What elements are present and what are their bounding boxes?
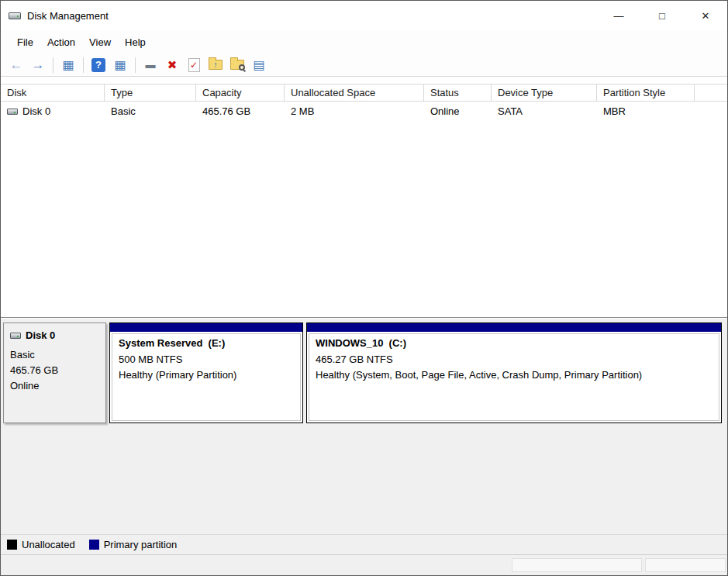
cell-partition-style: MBR [597,105,695,117]
disk0-status: Online [10,378,99,394]
legend-label: Primary partition [104,539,178,550]
partition-size: 465.27 GB NTFS [316,352,712,367]
forward-icon[interactable]: → [28,56,48,74]
show-action-pane-icon[interactable]: ▦ [110,56,130,74]
app-icon [9,12,21,19]
cell-capacity: 465.76 GB [196,105,285,117]
open-folder-icon[interactable]: ↑ [205,56,226,74]
titlebar: Disk Management — □ ✕ [1,1,727,30]
cell-device-type: SATA [492,105,597,117]
menu-help[interactable]: Help [118,33,153,51]
partition-body: WINDOWS_10 (C:) 465.27 GB NTFS Healthy (… [309,333,719,421]
unallocated-swatch [7,540,17,550]
partition-color-bar [110,323,302,332]
status-cell [512,558,642,572]
close-button[interactable]: ✕ [684,1,727,30]
properties-list-icon[interactable]: ▤ [249,56,269,74]
volume-list-pane: Disk Type Capacity Unallocated Space Sta… [1,78,727,318]
back-icon[interactable]: ← [6,56,26,74]
maximize-button[interactable]: □ [640,1,684,30]
minimize-button[interactable]: — [597,1,640,30]
partition-windows-10[interactable]: WINDOWS_10 (C:) 465.27 GB NTFS Healthy (… [306,322,722,423]
partition-label: WINDOWS_10 (C:) [316,337,712,349]
menu-file[interactable]: File [10,33,40,51]
disk0-capacity: 465.76 GB [10,363,99,378]
primary-partition-swatch [89,540,99,550]
partition-status: Healthy (System, Boot, Page File, Active… [316,367,712,383]
disk-management-window: Disk Management — □ ✕ File Action View H… [0,0,728,576]
graphical-view-pane: Disk 0 Basic 465.76 GB Online System Res… [1,319,727,534]
toolbar-separator [83,57,84,73]
partition-status: Healthy (Primary Partition) [119,367,294,383]
status-cell [645,558,726,572]
cell-disk: Disk 0 [1,105,105,117]
command-icon[interactable]: ▬ [140,56,160,74]
delete-volume-icon[interactable]: ✖ [162,56,182,74]
partition-size: 500 MB NTFS [119,352,294,367]
explore-folder-icon[interactable] [227,56,247,74]
partition-body: System Reserved (E:) 500 MB NTFS Healthy… [112,333,301,421]
column-header-partition-style[interactable]: Partition Style [597,85,695,101]
toolbar: ← → ▦ ? ▦ ▬ ✖ ✓ ↑ ▤ [1,53,727,77]
column-header-status[interactable]: Status [424,85,492,101]
cell-unallocated: 2 MB [285,105,424,117]
table-row[interactable]: Disk 0 Basic 465.76 GB 2 MB Online SATA … [1,102,727,121]
menu-action[interactable]: Action [40,33,82,51]
legend-item-unallocated: Unallocated [7,539,75,550]
legend-label: Unallocated [22,539,75,550]
column-header-capacity[interactable]: Capacity [196,85,285,101]
window-controls: — □ ✕ [597,1,727,30]
column-header-filler [695,85,727,101]
partition-label: System Reserved (E:) [119,337,294,349]
show-console-tree-icon[interactable]: ▦ [58,56,78,74]
toolbar-separator [135,57,136,73]
disk0-type: Basic [10,347,99,363]
disk-icon [7,109,18,115]
partition-strip: System Reserved (E:) 500 MB NTFS Healthy… [109,322,722,423]
legend-item-primary-partition: Primary partition [89,539,178,550]
legend-bar: Unallocated Primary partition [1,534,727,554]
column-header-device-type[interactable]: Device Type [492,85,597,101]
set-active-icon[interactable]: ✓ [184,56,204,74]
cell-status: Online [424,105,492,117]
disk-icon [10,333,21,339]
window-title: Disk Management [27,10,109,22]
column-header-unallocated[interactable]: Unallocated Space [285,85,424,101]
toolbar-separator [53,57,53,73]
cell-type: Basic [105,105,196,117]
partition-color-bar [307,323,721,332]
column-header-disk[interactable]: Disk [1,85,105,101]
menu-view[interactable]: View [82,33,118,51]
partition-system-reserved[interactable]: System Reserved (E:) 500 MB NTFS Healthy… [109,322,303,423]
list-header: Disk Type Capacity Unallocated Space Sta… [1,84,727,102]
menubar: File Action View Help [1,30,727,53]
status-bar [1,554,727,575]
help-icon[interactable]: ? [88,56,109,74]
column-header-type[interactable]: Type [105,85,196,101]
disk0-info-panel[interactable]: Disk 0 Basic 465.76 GB Online [3,322,106,423]
disk0-title: Disk 0 [10,329,99,341]
